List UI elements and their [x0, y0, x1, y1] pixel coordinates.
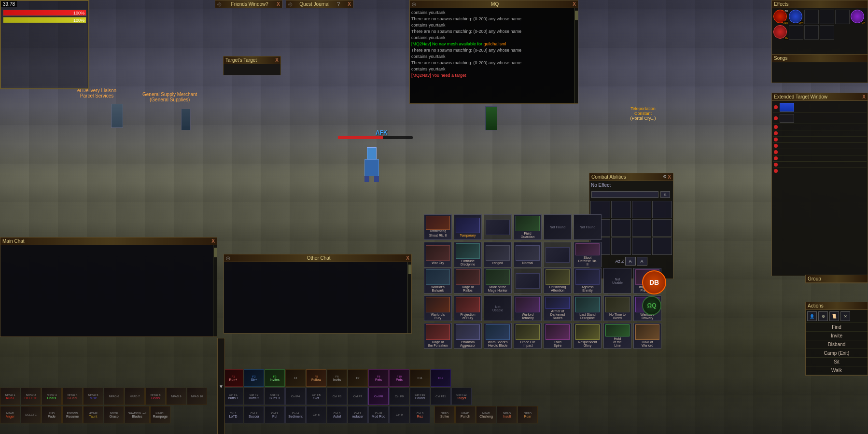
quest-close[interactable]: X — [348, 1, 351, 7]
ctrl-1-lotd[interactable]: Ctrl 1 LoTD — [223, 406, 243, 423]
ability-war-cry[interactable]: War Cry — [424, 242, 452, 267]
npad-1[interactable]: NPAD 1 Run+ — [0, 388, 20, 405]
fkey-f6[interactable]: F6 Invits — [327, 369, 347, 387]
ext-target-row-9[interactable] — [773, 168, 867, 174]
npad-roar[interactable]: NPAD Roar — [518, 406, 538, 423]
ability-warlords-fury[interactable]: Warlord'sFury — [424, 295, 452, 321]
action-icon-settings[interactable]: ⚙ — [818, 311, 828, 321]
fkey-f8[interactable]: F8 Pets — [368, 369, 389, 387]
ext-target-row-1[interactable] — [773, 113, 867, 124]
npad-shadow-blades[interactable]: SHADOW cell Blades — [125, 406, 150, 423]
ability-third-spire[interactable]: ThirdSpire — [544, 323, 572, 349]
effect-slot-5[interactable]: 3h — [851, 10, 865, 24]
ability-phantom-aggressor[interactable]: PhantomAggressor — [454, 323, 482, 349]
npad-6[interactable]: NPAD 6 — [104, 388, 124, 405]
ca-s-button[interactable]: S — [660, 191, 670, 198]
ctrl-7-reducer[interactable]: Ctrl 7 reducer — [348, 406, 368, 423]
ability-hold-of-line[interactable]: Holdof theLine — [603, 323, 631, 349]
npad-10[interactable]: NPAD 10 — [187, 388, 207, 405]
mq-scrollbar[interactable] — [574, 8, 578, 103]
ability-ranged[interactable]: ranged — [484, 242, 512, 267]
effect-slot-0[interactable]: 31s 70 — [773, 10, 788, 24]
npad-3-heals[interactable]: NPAD 3 Heals — [42, 388, 62, 405]
npad-home-taunt[interactable]: HOME Taunt — [83, 406, 103, 423]
ca-search-input[interactable] — [591, 191, 658, 198]
effect-slot-6[interactable]: 1h — [773, 25, 788, 40]
npad-l-rampage[interactable]: NPADL Rampage — [150, 406, 170, 423]
ctrl-f5[interactable]: Ctrl F5 Slot — [306, 388, 326, 405]
ability-last-stand-discipline[interactable]: Last StandDiscipline — [574, 295, 602, 321]
action-icon-x[interactable]: ✕ — [840, 311, 850, 321]
ctrl-6-autol[interactable]: Ctrl 6 Autol — [327, 406, 347, 423]
ext-target-row-2[interactable] — [773, 124, 867, 130]
ability-not-found-1[interactable]: Not Found — [544, 214, 572, 240]
ca-slot-10[interactable] — [632, 238, 652, 255]
ctrl-f1[interactable]: Ctrl F1 Buffs 1 — [223, 388, 243, 405]
ext-target-row-0[interactable] — [773, 102, 867, 113]
npad-7[interactable]: NPAD 7 — [125, 388, 145, 405]
main-chat-close[interactable]: X — [211, 238, 215, 244]
fkey-f4[interactable]: F4 — [285, 369, 306, 387]
ext-target-row-8[interactable] — [773, 162, 867, 168]
ability-projection-of-fury[interactable]: Projectionof Fury — [454, 295, 482, 321]
ability-normal[interactable]: Normal — [514, 242, 542, 267]
ca-a-button-1[interactable]: A — [625, 257, 636, 266]
ca-slot-5[interactable] — [611, 219, 631, 237]
ctrl-f6[interactable]: Ctrl F6 — [327, 388, 347, 405]
ext-target-close[interactable]: X — [862, 94, 866, 99]
mq-close[interactable]: X — [573, 1, 576, 7]
action-icon-person[interactable]: 👤 — [807, 311, 817, 321]
ext-target-row-6[interactable] — [773, 149, 867, 155]
ability-warlord-tenacity[interactable]: WarlordTenacity — [514, 295, 542, 321]
ability-armor-darkened-runes[interactable]: Armor ofDarkenedRunes — [544, 295, 572, 321]
main-chat-scrollbar[interactable] — [213, 245, 217, 336]
npad-9[interactable]: NPAD 9 — [166, 388, 186, 405]
scroll-expand-btn[interactable]: ▼ — [217, 338, 225, 434]
npad-nbof-grasp[interactable]: NBOF Grasp — [104, 406, 124, 423]
npad-8-heals[interactable]: NPAD 8 Heals — [145, 388, 166, 405]
ability-mark-mage-hunter[interactable]: Mark of theMage Hunter — [484, 268, 512, 294]
ability-empty-1[interactable] — [484, 214, 512, 240]
effect-slot-7[interactable] — [789, 25, 803, 40]
ctrl-8-modrod[interactable]: Ctrl 8 Mod Rod — [368, 406, 389, 423]
ctrl-f11[interactable]: Ctrl F11 — [431, 388, 451, 405]
npad-delete[interactable]: DELETE — [21, 406, 41, 423]
ctrl-f2[interactable]: Ctrl F2 Buffs 2 — [244, 388, 264, 405]
effect-slot-8[interactable] — [804, 25, 819, 40]
action-icon-scroll[interactable]: 📜 — [829, 311, 839, 321]
ability-brace-for-impact[interactable]: Brace ForImpact — [514, 323, 542, 349]
action-disband-btn[interactable]: Disband — [806, 340, 868, 349]
ca-a-button-2[interactable]: A — [637, 257, 647, 266]
ability-no-time-bleed[interactable]: No Time toBleed — [603, 295, 631, 321]
ext-target-row-4[interactable] — [773, 137, 867, 143]
ability-stout-defense[interactable]: StoutDefense Rk.II — [574, 242, 602, 267]
ctrl-5[interactable]: Ctrl 5 — [306, 406, 326, 423]
ca-slot-9[interactable] — [611, 238, 631, 255]
fkey-f10[interactable]: F10 Pets — [389, 369, 409, 387]
ability-not-found-2[interactable]: Not Found — [574, 214, 602, 240]
ca-close[interactable]: X — [668, 174, 671, 180]
npad-end-fade[interactable]: END Fade — [42, 406, 62, 423]
other-chat-close[interactable]: X — [406, 255, 409, 261]
ctrl-f3[interactable]: Ctrl F3 Buffs 3 — [265, 388, 285, 405]
ca-slot-2[interactable] — [632, 201, 652, 218]
ctrl-f9[interactable]: Ctrl F9 — [389, 388, 409, 405]
tq-icon[interactable]: ΩQ — [642, 296, 661, 315]
effect-slot-9[interactable] — [820, 25, 834, 40]
fkey-f7[interactable]: F7 — [348, 369, 368, 387]
effect-slot-2[interactable] — [804, 10, 819, 24]
npad-5[interactable]: NPAD 5 Misc — [83, 388, 103, 405]
ctrl-0-rez[interactable]: Ctrl 0 Rez — [410, 406, 430, 423]
ability-field-guardian[interactable]: FieldGuardian — [514, 214, 542, 240]
effect-slot-1[interactable]: 2m — [789, 10, 803, 24]
ability-empty-large-1[interactable] — [514, 268, 542, 294]
fkey-f1[interactable]: F1 Run+ — [223, 369, 243, 387]
action-find-btn[interactable]: Find — [806, 323, 868, 332]
friends-close[interactable]: X — [277, 1, 280, 7]
ability-not-usable-1[interactable]: NotUsable — [603, 268, 631, 294]
action-camp-btn[interactable]: Camp (Exit) — [806, 349, 868, 358]
ctrl-f4[interactable]: Ctrl F4 — [285, 388, 306, 405]
ability-unflinching-attention[interactable]: UnflinchingAttention — [544, 268, 572, 294]
ability-rage-rallos[interactable]: Rage ofRallos — [454, 268, 482, 294]
action-invite-btn[interactable]: Invite — [806, 332, 868, 340]
